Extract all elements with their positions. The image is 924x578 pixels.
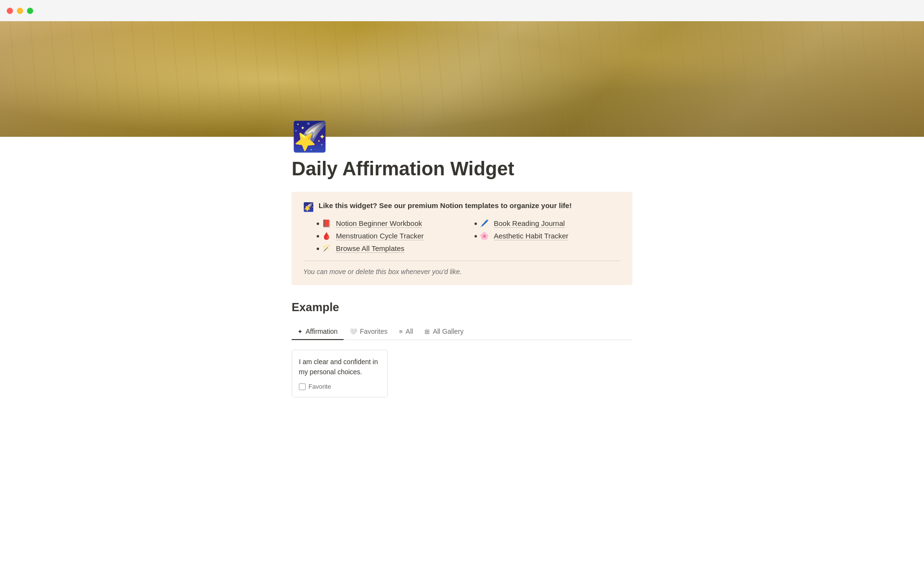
favorite-checkbox[interactable] xyxy=(299,383,306,390)
emoji-icon: 📕 xyxy=(322,219,331,228)
tab-all-gallery-label: All Gallery xyxy=(433,328,463,335)
maximize-button[interactable] xyxy=(27,8,33,14)
cards-area: I am clear and confident in my personal … xyxy=(292,340,632,397)
emoji-icon: 🩸 xyxy=(322,232,331,240)
card-text: I am clear and confident in my personal … xyxy=(299,357,381,377)
list-item: 🖊️ Book Reading Journal xyxy=(475,219,621,228)
close-button[interactable] xyxy=(7,8,13,14)
tab-all-label: All xyxy=(406,328,413,335)
main-content: 🌠 Daily Affirmation Widget 🌠 Like this w… xyxy=(245,122,679,397)
bullet-icon xyxy=(475,223,477,225)
bullet-icon xyxy=(317,223,319,225)
callout-note: You can move or delete this box whenever… xyxy=(303,268,621,276)
callout-icon: 🌠 xyxy=(303,202,314,212)
grid-icon: ⊞ xyxy=(424,328,430,335)
notion-beginner-workbook-link[interactable]: Notion Beginner Workbook xyxy=(336,219,422,228)
page-title: Daily Affirmation Widget xyxy=(292,157,632,180)
page-icon: 🌠 xyxy=(292,122,632,151)
callout-box: 🌠 Like this widget? See our premium Noti… xyxy=(292,192,632,285)
list-icon: ≡ xyxy=(399,328,403,335)
tab-all[interactable]: ≡ All xyxy=(393,324,419,340)
callout-header-text: Like this widget? See our premium Notion… xyxy=(319,201,572,210)
tab-favorites[interactable]: 🤍 Favorites xyxy=(344,324,394,340)
minimize-button[interactable] xyxy=(17,8,23,14)
emoji-icon: 🖊️ xyxy=(480,219,489,228)
tab-favorites-label: Favorites xyxy=(360,328,388,335)
bullet-icon xyxy=(475,235,477,237)
tab-affirmation-label: Affirmation xyxy=(306,328,338,335)
emoji-icon: 🌸 xyxy=(480,232,489,240)
menstruation-cycle-tracker-link[interactable]: Menstruation Cycle Tracker xyxy=(336,232,424,240)
tab-all-gallery[interactable]: ⊞ All Gallery xyxy=(419,324,469,340)
card-checkbox-row: Favorite xyxy=(299,383,381,390)
heart-icon: 🤍 xyxy=(349,328,357,335)
callout-links-right: 🖊️ Book Reading Journal 🌸 Aesthetic Habi… xyxy=(475,219,621,253)
favorite-label: Favorite xyxy=(308,383,331,390)
callout-links: 📕 Notion Beginner Workbook 🩸 Menstruatio… xyxy=(317,219,621,253)
emoji-icon: 🪄 xyxy=(322,244,331,253)
list-item: 🌸 Aesthetic Habit Tracker xyxy=(475,232,621,240)
callout-header: 🌠 Like this widget? See our premium Noti… xyxy=(303,201,621,212)
aesthetic-habit-tracker-link[interactable]: Aesthetic Habit Tracker xyxy=(494,232,568,240)
sparkle-icon: ✦ xyxy=(297,328,303,335)
bullet-icon xyxy=(317,248,319,250)
callout-divider xyxy=(303,261,621,261)
tab-affirmation[interactable]: ✦ Affirmation xyxy=(292,324,344,340)
affirmation-card: I am clear and confident in my personal … xyxy=(292,350,388,397)
list-item: 📕 Notion Beginner Workbook xyxy=(317,219,463,228)
list-item: 🩸 Menstruation Cycle Tracker xyxy=(317,232,463,240)
book-reading-journal-link[interactable]: Book Reading Journal xyxy=(494,219,565,228)
hero-banner xyxy=(0,21,924,137)
bullet-icon xyxy=(317,235,319,237)
tabs-container: ✦ Affirmation 🤍 Favorites ≡ All ⊞ All Ga… xyxy=(292,324,632,340)
example-heading: Example xyxy=(292,301,632,314)
callout-links-left: 📕 Notion Beginner Workbook 🩸 Menstruatio… xyxy=(317,219,463,253)
titlebar xyxy=(0,0,924,21)
list-item: 🪄 Browse All Templates xyxy=(317,244,463,253)
browse-all-templates-link[interactable]: Browse All Templates xyxy=(336,244,404,253)
